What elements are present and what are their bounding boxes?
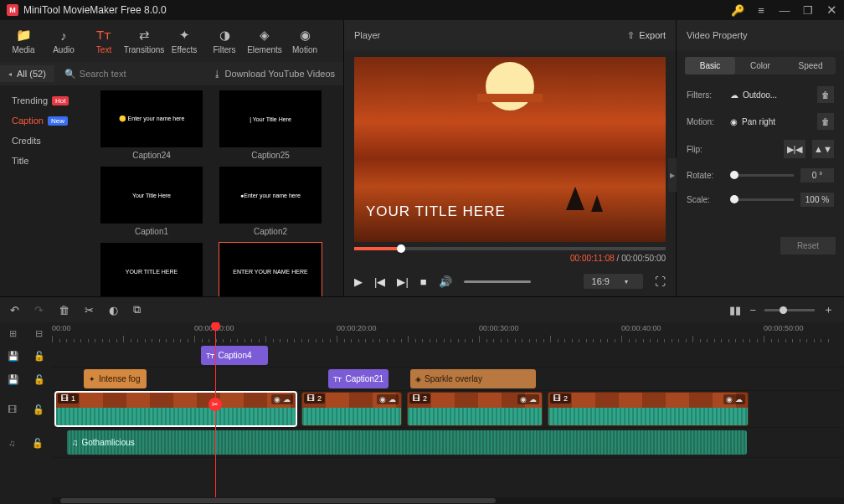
tool-motion[interactable]: ◉Motion — [285, 20, 325, 62]
tab-basic[interactable]: Basic — [685, 57, 735, 75]
audio-clip[interactable]: ♫Gothamlicious — [67, 430, 747, 455]
filters-value[interactable]: ☁Outdoo... — [730, 90, 811, 100]
track-lock-icon[interactable]: 🔓 — [33, 351, 45, 362]
caption-track-2[interactable]: ✦Intense fogTᴛCaption21◈Sparkle overlay — [52, 368, 844, 391]
clip-header: 🎞2 — [550, 393, 571, 404]
timeline-tracks[interactable]: 00:0000:00:10:0000:00:20:0000:00:30:0000… — [52, 322, 844, 497]
minimize-icon[interactable]: — — [779, 4, 790, 16]
aspect-ratio-select[interactable]: 16:9▾ — [584, 274, 643, 289]
track-save-icon[interactable]: 💾 — [8, 374, 19, 385]
thumb-caption24[interactable]: 🟡 Enter your name here — [100, 90, 203, 147]
timeline-scrollbar[interactable] — [52, 497, 844, 504]
motion-delete-button[interactable]: 🗑 — [817, 113, 834, 130]
redo-button[interactable]: ↷ — [34, 304, 44, 316]
folder-credits[interactable]: Credits — [0, 131, 92, 151]
folder-caption[interactable]: CaptionNew — [0, 111, 92, 131]
cut-marker-icon[interactable]: ✂ — [208, 398, 222, 411]
seek-bar[interactable] — [354, 247, 666, 250]
rotate-input[interactable]: 0 ° — [800, 168, 834, 183]
thumb-caption2[interactable]: ●Enter your name here — [219, 167, 322, 224]
scale-input[interactable]: 100 % — [800, 193, 834, 207]
crop-button[interactable]: ⧉ — [133, 303, 141, 316]
audio-meter-icon[interactable]: ▮▮ — [729, 304, 741, 316]
panel-collapse-handle[interactable]: ▶ — [668, 158, 677, 192]
export-button[interactable]: ⇧Export — [627, 30, 666, 41]
hamburger-menu-icon[interactable]: ≡ — [755, 4, 767, 16]
clip-sparkle-overlay[interactable]: ◈Sparkle overlay — [410, 369, 536, 388]
audio-track-icon[interactable]: ♫ — [8, 438, 15, 448]
speed-button[interactable]: ◐ — [109, 304, 118, 316]
motion-icon: ◉ — [300, 28, 311, 43]
maximize-icon[interactable]: ❐ — [802, 4, 814, 16]
undo-button[interactable]: ↶ — [10, 304, 19, 316]
tab-color[interactable]: Color — [735, 57, 785, 75]
tab-speed[interactable]: Speed — [785, 57, 836, 75]
track-save-icon[interactable]: 💾 — [8, 351, 19, 362]
stop-button[interactable]: ■ — [420, 275, 427, 288]
collapse-tracks-icon[interactable]: ⊟ — [35, 328, 43, 339]
filters-delete-button[interactable]: 🗑 — [817, 86, 834, 103]
clip-caption4[interactable]: TᴛCaption4 — [201, 346, 268, 365]
zoom-in-button[interactable]: ＋ — [823, 302, 834, 317]
motion-value[interactable]: ◉Pan right — [730, 117, 811, 126]
scale-slider[interactable] — [730, 198, 794, 201]
zoom-slider[interactable] — [764, 309, 815, 311]
flip-vertical-button[interactable]: ▲▼ — [812, 140, 834, 158]
clip-caption21[interactable]: TᴛCaption21 — [328, 369, 389, 388]
video-track[interactable]: 🎞1◉☁🎞2◉☁🎞2◉☁🎞2◉☁ — [52, 391, 844, 428]
preview-boat-graphic — [566, 187, 584, 210]
folder-trending[interactable]: TrendingHot — [0, 90, 92, 111]
track-lock-icon[interactable]: 🔓 — [33, 374, 45, 385]
search-input[interactable]: 🔍Search text — [54, 69, 213, 80]
tool-elements[interactable]: ◈Elements — [244, 20, 285, 62]
add-track-icon[interactable]: ⊞ — [9, 328, 17, 339]
volume-icon[interactable]: 🔊 — [439, 275, 452, 288]
track-lock-icon[interactable]: 🔓 — [32, 438, 44, 449]
tool-audio[interactable]: ♪Audio — [44, 20, 84, 62]
delete-button[interactable]: 🗑 — [59, 304, 69, 316]
thumb-caption3[interactable]: YOUR TITLE HERE — [100, 243, 203, 296]
search-icon: 🔍 — [64, 69, 76, 80]
tool-filters[interactable]: ◑Filters — [204, 20, 244, 62]
upgrade-key-icon[interactable]: 🔑 — [732, 4, 744, 16]
tool-transitions[interactable]: ⇄Transitions — [124, 20, 164, 62]
rotate-slider[interactable] — [730, 174, 794, 177]
tool-label: Motion — [292, 45, 317, 54]
flip-horizontal-button[interactable]: ▶|◀ — [784, 140, 805, 158]
tool-effects[interactable]: ✦Effects — [164, 20, 204, 62]
player-title: Player — [354, 30, 627, 40]
all-tab[interactable]: ◂All (52) — [0, 65, 54, 82]
thumb-caption4[interactable]: ENTER YOUR NAME HERE — [219, 243, 322, 296]
folder-title[interactable]: Title — [0, 151, 92, 171]
video-preview[interactable]: YOUR TITLE HERE — [354, 57, 666, 242]
tool-text[interactable]: TᴛText — [84, 20, 124, 62]
volume-slider[interactable] — [464, 280, 531, 283]
caption-track-1[interactable]: TᴛCaption4 — [52, 344, 844, 368]
video-clip-2[interactable]: 🎞2◉☁ — [407, 392, 543, 426]
video-track-icon[interactable]: 🎞 — [8, 404, 17, 414]
thumb-caption1[interactable]: Your Title Here — [100, 167, 203, 224]
playhead[interactable]: ✂ — [215, 322, 216, 497]
audio-track[interactable]: ♫Gothamlicious — [52, 428, 844, 458]
close-icon[interactable]: ✕ — [826, 4, 837, 16]
video-clip-2[interactable]: 🎞2◉☁ — [548, 392, 749, 426]
clip-label: Intense fog — [99, 374, 140, 383]
clip-intense-fog[interactable]: ✦Intense fog — [84, 369, 147, 388]
thumb-caption25[interactable]: | Your Title Here — [219, 90, 322, 147]
seek-thumb[interactable] — [397, 244, 405, 253]
video-clip-2[interactable]: 🎞2◉☁ — [301, 392, 402, 426]
prev-frame-button[interactable]: |◀ — [374, 275, 385, 288]
track-lock-icon[interactable]: 🔓 — [33, 404, 44, 415]
video-clip-1[interactable]: 🎞1◉☁ — [55, 392, 296, 426]
zoom-out-button[interactable]: − — [749, 304, 756, 316]
split-button[interactable]: ✂ — [85, 304, 94, 316]
tool-media[interactable]: 📁Media — [3, 20, 44, 62]
next-frame-button[interactable]: ▶| — [397, 275, 408, 288]
download-youtube-link[interactable]: ⭳Download YouTube Videos — [213, 69, 344, 79]
reset-button[interactable]: Reset — [780, 237, 836, 255]
video-icon: 🎞 — [413, 394, 420, 403]
fullscreen-button[interactable]: ⛶ — [655, 275, 666, 288]
play-button[interactable]: ▶ — [354, 275, 363, 288]
current-time: 00:00:11:08 — [570, 254, 615, 263]
timeline-ruler[interactable]: 00:0000:00:10:0000:00:20:0000:00:30:0000… — [52, 322, 844, 344]
